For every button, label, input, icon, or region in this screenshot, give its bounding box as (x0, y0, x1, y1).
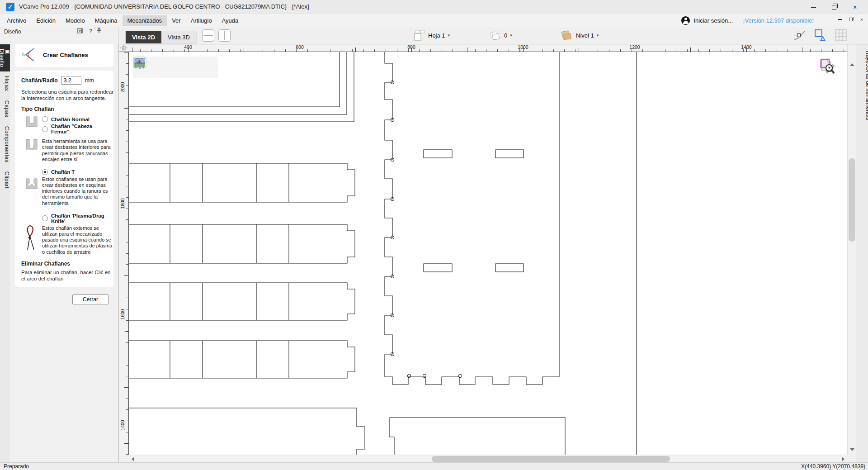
chamfer-normal-icon (25, 116, 38, 128)
panel-body-card: Chaflán/Radio mm Selecciona una esquina … (15, 71, 113, 287)
sidebar-tab-componentes[interactable]: Componentes (0, 122, 10, 167)
bottom-right-piece (390, 418, 565, 455)
remove-fillets-text: Para eliminar un chaflan, hacer Clić en … (21, 270, 114, 282)
sheet-label: Hoja 1 (428, 32, 445, 39)
option-plasma-drag-knife[interactable]: Chaflán 'Plasma/Drag Knife' (42, 213, 113, 224)
window-title: VCarve Pro 12.009 - {COMUNIDAD UNIVERSIT… (19, 3, 309, 10)
vertical-scrollbar[interactable] (847, 44, 856, 455)
toolpaths-tab[interactable]: Trayectorias de herramientas (859, 46, 868, 124)
maximize-button[interactable] (824, 0, 844, 14)
snap-shape-icon[interactable] (813, 28, 828, 44)
option-cabeza-femur[interactable]: Chaflán "Cabeza Femur" (42, 123, 107, 134)
title-bar: ✓ VCarve Pro 12.009 - {COMUNIDAD UNIVERS… (0, 0, 868, 14)
menu-archivo[interactable]: Archivo (2, 15, 31, 26)
menu-mecanizados[interactable]: Mecanizados (123, 15, 167, 26)
status-bar: Preparado X(440.3960) Y(2070.4839) (0, 462, 868, 470)
chevron-down-icon: ▾ (597, 33, 599, 38)
scroll-right-arrow[interactable] (842, 457, 844, 461)
status-ready: Preparado (4, 463, 29, 470)
help-icon[interactable]: ? (89, 28, 92, 34)
child-close-button[interactable]: × (857, 15, 866, 24)
sidebar-tab-capas[interactable]: Capas (0, 96, 10, 122)
sign-in-link[interactable]: Iniciar sesión... (693, 17, 733, 24)
snap-grid-icon[interactable] (834, 28, 848, 44)
tab-vista-3d[interactable]: Vista 3D (161, 31, 196, 43)
remove-fillets-heading: Eliminar Chaflanes (21, 261, 107, 267)
account-icon (681, 16, 690, 25)
ruler-label: 2000 (120, 81, 125, 94)
tab-vista-2d[interactable]: Vista 2D (126, 31, 161, 43)
horizontal-scrollbar[interactable] (129, 455, 847, 462)
radius-label: Chaflán/Radio (21, 77, 58, 84)
intro-text-2: la intersección con un arco tangente. (21, 95, 114, 102)
radio-icon[interactable] (42, 126, 48, 132)
canvas-mini-toolbar (133, 57, 218, 78)
child-minimize-button[interactable] (835, 15, 844, 24)
menu-modelo[interactable]: Modelo (61, 15, 90, 26)
bottom-left-piece (129, 408, 365, 455)
sidebar-tab-diseno[interactable]: ▣ Diseño (0, 44, 10, 71)
option-chaflan-normal[interactable]: Chaflán Normal (42, 116, 107, 122)
minimize-icon (838, 19, 842, 20)
sidebar-tab-hojas[interactable]: Hojas (0, 71, 10, 95)
sheet-dropdown[interactable]: Hoja 1 ▾ (414, 29, 450, 41)
split-horizontal-icon[interactable] (202, 29, 214, 42)
panel-icon: ▣ (5, 49, 10, 55)
level-label: Nivel 1 (576, 32, 594, 39)
ruler-label: 1600 (120, 308, 125, 321)
vertical-ruler: 2000 1800 1600 1400 (119, 52, 129, 455)
chamfer-t-icon (25, 178, 38, 190)
close-button[interactable]: × (844, 0, 865, 14)
ruler-label: 1400 (120, 418, 125, 432)
menu-edicion[interactable]: Edición (31, 15, 61, 26)
split-vertical-icon[interactable] (218, 29, 231, 42)
horizontal-ruler: 400 600 800 1000 1200 1400 (129, 44, 847, 52)
scroll-left-arrow[interactable] (132, 457, 134, 461)
radio-selected-icon[interactable] (42, 169, 48, 175)
snap-geometry-icon[interactable] (793, 28, 807, 44)
cabeza-femur-description: Esta herramienta se usa para crear desba… (42, 138, 113, 162)
drawing-canvas-2d[interactable] (129, 52, 847, 455)
child-restore-button[interactable] (846, 15, 855, 24)
scroll-up-arrow[interactable] (850, 63, 854, 66)
menu-artilugio[interactable]: Artilugio (186, 15, 217, 26)
minimize-button[interactable] (803, 0, 824, 14)
panel-title: Crear Chaflanes (43, 52, 88, 58)
level-icon (561, 29, 573, 41)
version-update-link[interactable]: ¡Versión 12.507 disponible! (743, 17, 814, 24)
app-icon: ✓ (6, 3, 14, 11)
sheet-icon (414, 29, 425, 41)
cerrar-button[interactable]: Cerrar (72, 294, 108, 304)
ruler-label: 600 (296, 44, 304, 50)
chevron-down-icon: ▾ (448, 33, 450, 38)
level-dropdown[interactable]: Nivel 1 ▾ (561, 29, 599, 41)
menu-ver[interactable]: Ver (167, 15, 186, 26)
radio-icon[interactable] (42, 215, 48, 221)
ruler-label: 400 (184, 44, 192, 50)
vertical-scroll-thumb[interactable] (849, 158, 855, 242)
restore-icon (849, 18, 853, 21)
chamfer-femur-icon (25, 138, 38, 150)
design-panel-header: Diseño ? (0, 27, 119, 44)
scroll-down-arrow[interactable] (850, 448, 854, 451)
cursor-coordinates: X(440.3960) Y(2070.4839) (801, 463, 865, 470)
plasma-description: Estos chaflán externos se utilizan para … (42, 225, 113, 255)
minimize-icon (811, 7, 816, 8)
radius-input[interactable] (61, 76, 81, 85)
horizontal-scroll-thumb[interactable] (432, 456, 670, 462)
sidebar-tab-clipart[interactable]: Clipart (0, 167, 10, 193)
layer-icon (490, 29, 501, 41)
menu-ayuda[interactable]: Ayuda (217, 15, 244, 26)
radio-icon[interactable] (42, 116, 48, 122)
panel-title-card: Crear Chaflanes (15, 44, 113, 67)
type-heading: Tipo Chaflán (21, 106, 107, 112)
panel-collapse-icon[interactable] (77, 28, 85, 35)
menu-maquina[interactable]: Máquina (90, 15, 123, 26)
pin-icon[interactable] (97, 28, 101, 35)
layer-dropdown[interactable]: 0 ▾ (490, 29, 512, 41)
side-tab-strip: ▣ Diseño Hojas Capas Componentes Clipart (0, 44, 10, 462)
intro-text-1: Selecciona una esquina para redondear (21, 89, 114, 95)
radius-unit: mm (85, 77, 94, 84)
option-chaflan-t[interactable]: Chaflán T (42, 169, 113, 175)
vector-drawing (129, 52, 847, 455)
